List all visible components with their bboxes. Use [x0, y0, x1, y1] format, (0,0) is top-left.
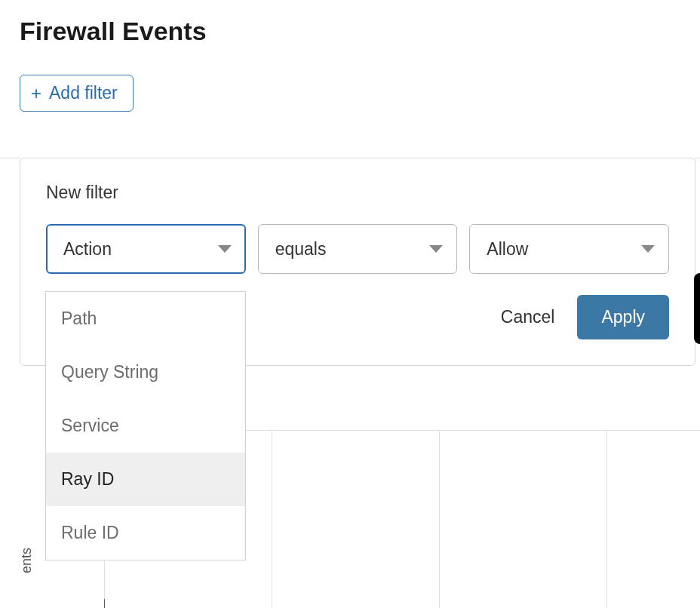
dropdown-option-rule-id[interactable]: Rule ID — [46, 506, 245, 560]
apply-button[interactable]: Apply — [577, 295, 669, 339]
operator-select-value: equals — [275, 239, 327, 259]
chevron-down-icon — [429, 245, 443, 253]
plus-icon: + — [31, 84, 41, 103]
divider — [0, 158, 20, 158]
panel-edge-decoration — [694, 273, 700, 344]
add-filter-button[interactable]: + Add filter — [20, 75, 134, 112]
operator-select[interactable]: equals — [258, 224, 458, 274]
value-select-value: Allow — [487, 239, 528, 259]
field-select-value: Action — [63, 239, 112, 259]
filter-selects-row: Action equals Allow — [46, 224, 669, 274]
chevron-down-icon — [218, 245, 232, 253]
chevron-down-icon — [641, 245, 655, 253]
dropdown-option-query-string[interactable]: Query String — [46, 345, 245, 399]
add-filter-label: Add filter — [49, 83, 118, 103]
dropdown-option-path[interactable]: Path — [46, 292, 245, 345]
field-select[interactable]: Action — [46, 224, 246, 274]
divider — [695, 158, 700, 158]
field-select-dropdown: Path Query String Service Ray ID Rule ID — [45, 291, 246, 560]
page-title: Firewall Events — [0, 0, 700, 46]
chart-y-axis-label: ents — [19, 548, 35, 573]
new-filter-heading: New filter — [46, 183, 669, 203]
value-select[interactable]: Allow — [469, 224, 669, 274]
dropdown-option-ray-id[interactable]: Ray ID — [46, 453, 245, 506]
cancel-button[interactable]: Cancel — [496, 299, 560, 335]
dropdown-option-service[interactable]: Service — [46, 399, 245, 453]
